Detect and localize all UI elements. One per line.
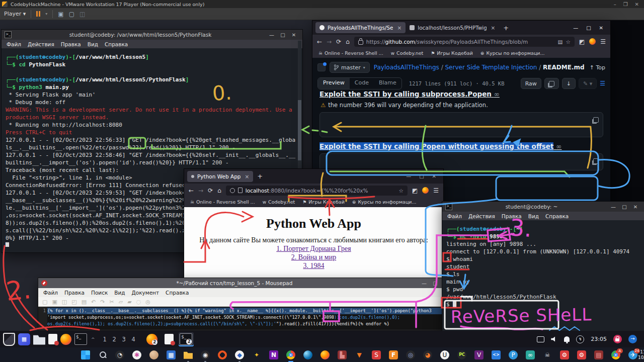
skull-app-icon[interactable]: ☠ bbox=[542, 350, 552, 360]
reload-icon[interactable]: ⟳ bbox=[208, 187, 213, 194]
close-icon[interactable]: ✕ bbox=[635, 2, 639, 7]
minimize-icon[interactable]: — bbox=[419, 281, 430, 286]
toolbar-icon[interactable]: ▢ bbox=[42, 299, 47, 305]
darkred-app-icon[interactable]: ▙ bbox=[337, 350, 347, 360]
heading-subprocess-popen[interactable]: Exploit the SSTI by calling subprocess.P… bbox=[319, 90, 500, 98]
firefox-icon[interactable] bbox=[60, 334, 71, 345]
close-icon[interactable]: ✕ bbox=[432, 173, 436, 179]
orange-ring-app-icon[interactable] bbox=[217, 350, 227, 360]
menu-icon[interactable]: ☰ bbox=[433, 187, 439, 194]
outline-icon[interactable]: ☰ bbox=[600, 80, 605, 87]
mousepad-window[interactable] bbox=[162, 332, 177, 346]
sidebar-toggle-icon[interactable] bbox=[317, 63, 326, 71]
new-tab-button[interactable]: + bbox=[503, 24, 509, 32]
minimize-icon[interactable]: — bbox=[406, 173, 411, 179]
raw-button[interactable]: Raw bbox=[521, 78, 541, 89]
start-icon[interactable] bbox=[80, 350, 91, 360]
extensions-icon[interactable]: ◩ bbox=[412, 187, 418, 194]
maximize-icon[interactable]: □ bbox=[586, 25, 591, 31]
minimize-icon[interactable]: – bbox=[614, 2, 616, 7]
text-editor-icon[interactable] bbox=[48, 334, 57, 344]
maximize-icon[interactable]: □ bbox=[419, 173, 424, 179]
updates-icon[interactable]: → bbox=[628, 335, 637, 343]
firefox-icon[interactable] bbox=[320, 350, 330, 360]
f-app-icon[interactable]: F bbox=[388, 350, 398, 360]
heading-popen-offset[interactable]: Exploit the SSTI by calling Popen withou… bbox=[319, 142, 561, 150]
toolbar-icon[interactable]: ▱ bbox=[119, 299, 123, 305]
minimize-icon[interactable]: — bbox=[573, 25, 578, 31]
toolbar-icon[interactable]: ◎ bbox=[145, 299, 150, 305]
pause-button[interactable] bbox=[36, 11, 40, 17]
new-tab-button[interactable]: + bbox=[257, 172, 263, 180]
gear-app-1-icon[interactable]: ⚙ bbox=[559, 350, 570, 360]
top-link[interactable]: ↑ Top bbox=[590, 64, 605, 71]
tab-localhost-phptwig[interactable]: localhost/lesson5/PHPTwig/i × bbox=[406, 22, 499, 33]
kali-logo-icon[interactable] bbox=[3, 333, 15, 346]
search-icon[interactable] bbox=[98, 350, 108, 360]
toolbar-icon[interactable]: ↷ bbox=[100, 299, 105, 305]
terminal2-output[interactable]: ┌──(student⊛codeby)-[~]└─$ nc -nvlp 9898… bbox=[442, 220, 644, 308]
forward-icon[interactable]: → bbox=[327, 38, 332, 45]
bookmark-item[interactable]: ⊕Курсы по информаци... bbox=[480, 50, 545, 56]
reload-icon[interactable]: ⟳ bbox=[336, 38, 341, 45]
unreal-icon[interactable]: U bbox=[440, 350, 450, 360]
book-link[interactable]: 3. 1984 bbox=[184, 262, 443, 270]
terminal-icon[interactable]: $_ bbox=[74, 333, 87, 345]
back-icon[interactable]: ← bbox=[189, 187, 194, 194]
gear-app-2-icon[interactable]: ⚙ bbox=[577, 350, 587, 360]
chevron-up-icon[interactable]: ^ bbox=[91, 337, 95, 342]
menu-Действия[interactable]: Действия bbox=[28, 41, 54, 47]
vscode-icon[interactable]: <> bbox=[491, 350, 501, 360]
carrot-app-icon[interactable]: ▼ bbox=[354, 350, 364, 360]
notifications-icon[interactable] bbox=[564, 336, 570, 342]
url-bar[interactable]: https://github.com/swisskyrepo/PayloadsA… bbox=[354, 37, 575, 47]
s-app-icon[interactable]: S bbox=[371, 350, 381, 360]
firefox-account-icon[interactable] bbox=[422, 187, 429, 194]
lock-icon[interactable] bbox=[613, 335, 622, 343]
tab-close-icon[interactable]: × bbox=[491, 25, 495, 31]
maximize-icon[interactable]: □ bbox=[619, 204, 630, 210]
menu-Поиск[interactable]: Поиск bbox=[91, 290, 108, 296]
mousepad-editor[interactable]: 1 {% for x in ().__class__.__base__.__su… bbox=[38, 307, 444, 330]
close-icon[interactable]: ✕ bbox=[288, 32, 299, 38]
bookmark-item[interactable]: ☠Online - Reverse Shell ... bbox=[318, 50, 383, 56]
calendar-icon[interactable]: ▦ bbox=[166, 350, 176, 360]
menu-Действия[interactable]: Действия bbox=[468, 213, 495, 219]
copy-button[interactable] bbox=[544, 78, 559, 89]
telegram-icon[interactable]: ✈24 bbox=[628, 350, 638, 360]
breadcrumb[interactable]: PayloadsAllTheThings / Server Side Templ… bbox=[374, 64, 585, 71]
menu-Документ[interactable]: Документ bbox=[132, 290, 159, 296]
camtasia-icon[interactable]: ∞ bbox=[525, 350, 535, 360]
lens-app-icon[interactable]: ◎ bbox=[406, 350, 416, 360]
home-icon[interactable]: ⌂ bbox=[217, 187, 221, 194]
copy-icon[interactable] bbox=[593, 158, 599, 164]
toolbar-icon[interactable]: ◰ bbox=[71, 299, 76, 305]
tab-payloadsallthethings[interactable]: PayloadsAllTheThings/Se × bbox=[315, 22, 406, 33]
clock[interactable]: 23:05 bbox=[591, 336, 607, 342]
toolbar-icon[interactable]: ▣ bbox=[52, 299, 57, 305]
blender-icon[interactable]: ◕ bbox=[423, 350, 433, 360]
menu-Вид[interactable]: Вид bbox=[88, 41, 98, 47]
scrollbar-thumb[interactable] bbox=[298, 100, 301, 160]
toolbar-icon[interactable]: ▰ bbox=[127, 299, 131, 305]
menu-Правка[interactable]: Правка bbox=[61, 41, 81, 47]
firefox-account-icon[interactable] bbox=[589, 38, 596, 45]
bookmark-item[interactable]: wCodeby.net bbox=[263, 199, 295, 205]
file-explorer-icon[interactable] bbox=[183, 350, 193, 360]
maximize-icon[interactable]: ❐ bbox=[623, 2, 628, 7]
menu-Справка[interactable]: Справка bbox=[105, 41, 128, 47]
code-block-popen[interactable]: {% for x in ().__class__.__base__.__subc… bbox=[319, 153, 603, 170]
power-manager-icon[interactable]: ↯ bbox=[576, 335, 584, 343]
menu-Правка[interactable]: Правка bbox=[502, 213, 522, 219]
virtualbox-icon[interactable]: ◆ bbox=[234, 350, 245, 360]
gauge-app-icon[interactable]: ◔ bbox=[115, 350, 125, 360]
tab-close-icon[interactable]: × bbox=[245, 173, 249, 179]
view-tab-preview[interactable]: Preview bbox=[318, 78, 350, 89]
code-block-subprocess[interactable]: {{''.__class__.mro()[1].__subclasses__()… bbox=[319, 112, 603, 137]
bookmark-item[interactable]: ⚑Игры Кодебай bbox=[431, 50, 473, 56]
toolbar-icon[interactable]: ◫ bbox=[62, 299, 67, 305]
download-button[interactable]: ↓ bbox=[562, 78, 576, 89]
pause-caret-icon[interactable]: ▾ bbox=[45, 12, 47, 16]
url-bar[interactable]: localhost:8080/index?book={%%20for%20x% … bbox=[226, 186, 408, 196]
menu-Правка[interactable]: Правка bbox=[64, 290, 85, 296]
